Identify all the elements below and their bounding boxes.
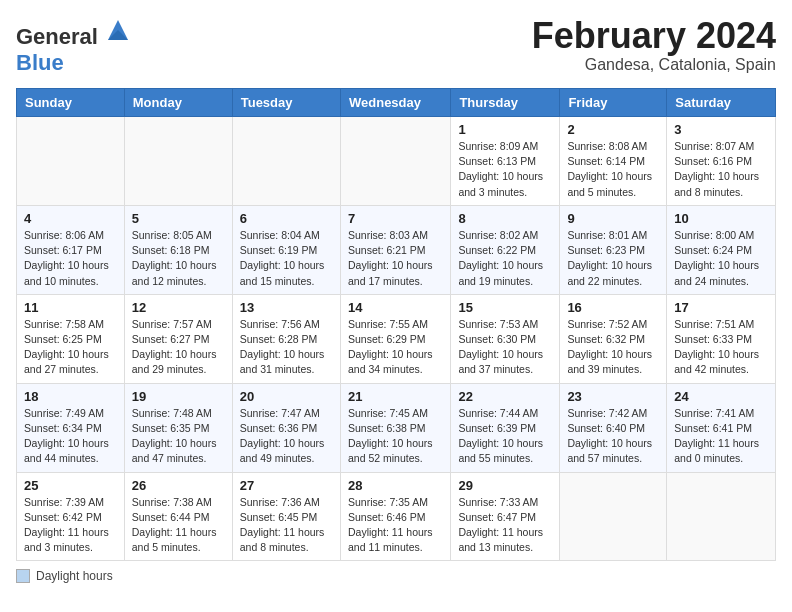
day-number: 28 xyxy=(348,478,443,493)
day-number: 2 xyxy=(567,122,659,137)
calendar-cell xyxy=(124,117,232,206)
calendar-cell: 29Sunrise: 7:33 AM Sunset: 6:47 PM Dayli… xyxy=(451,472,560,561)
day-number: 27 xyxy=(240,478,333,493)
day-number: 25 xyxy=(24,478,117,493)
calendar-cell xyxy=(17,117,125,206)
calendar-cell: 10Sunrise: 8:00 AM Sunset: 6:24 PM Dayli… xyxy=(667,205,776,294)
calendar-header-thursday: Thursday xyxy=(451,89,560,117)
day-number: 21 xyxy=(348,389,443,404)
calendar-cell: 18Sunrise: 7:49 AM Sunset: 6:34 PM Dayli… xyxy=(17,383,125,472)
day-number: 26 xyxy=(132,478,225,493)
calendar-week-row: 1Sunrise: 8:09 AM Sunset: 6:13 PM Daylig… xyxy=(17,117,776,206)
calendar-header-saturday: Saturday xyxy=(667,89,776,117)
calendar-week-row: 11Sunrise: 7:58 AM Sunset: 6:25 PM Dayli… xyxy=(17,294,776,383)
day-number: 1 xyxy=(458,122,552,137)
day-number: 11 xyxy=(24,300,117,315)
calendar-cell xyxy=(560,472,667,561)
calendar-cell: 23Sunrise: 7:42 AM Sunset: 6:40 PM Dayli… xyxy=(560,383,667,472)
day-number: 22 xyxy=(458,389,552,404)
day-detail: Sunrise: 8:08 AM Sunset: 6:14 PM Dayligh… xyxy=(567,139,659,200)
day-number: 6 xyxy=(240,211,333,226)
logo-blue: Blue xyxy=(16,50,64,75)
calendar-cell: 20Sunrise: 7:47 AM Sunset: 6:36 PM Dayli… xyxy=(232,383,340,472)
day-detail: Sunrise: 8:00 AM Sunset: 6:24 PM Dayligh… xyxy=(674,228,768,289)
calendar-header-row: SundayMondayTuesdayWednesdayThursdayFrid… xyxy=(17,89,776,117)
day-detail: Sunrise: 7:41 AM Sunset: 6:41 PM Dayligh… xyxy=(674,406,768,467)
calendar-cell: 9Sunrise: 8:01 AM Sunset: 6:23 PM Daylig… xyxy=(560,205,667,294)
calendar-cell: 25Sunrise: 7:39 AM Sunset: 6:42 PM Dayli… xyxy=(17,472,125,561)
day-number: 4 xyxy=(24,211,117,226)
day-detail: Sunrise: 7:35 AM Sunset: 6:46 PM Dayligh… xyxy=(348,495,443,556)
day-detail: Sunrise: 7:36 AM Sunset: 6:45 PM Dayligh… xyxy=(240,495,333,556)
day-detail: Sunrise: 8:01 AM Sunset: 6:23 PM Dayligh… xyxy=(567,228,659,289)
day-detail: Sunrise: 8:05 AM Sunset: 6:18 PM Dayligh… xyxy=(132,228,225,289)
calendar-cell: 27Sunrise: 7:36 AM Sunset: 6:45 PM Dayli… xyxy=(232,472,340,561)
day-detail: Sunrise: 7:53 AM Sunset: 6:30 PM Dayligh… xyxy=(458,317,552,378)
title-block: February 2024 Gandesa, Catalonia, Spain xyxy=(532,16,776,74)
calendar-table: SundayMondayTuesdayWednesdayThursdayFrid… xyxy=(16,88,776,561)
calendar-cell: 17Sunrise: 7:51 AM Sunset: 6:33 PM Dayli… xyxy=(667,294,776,383)
day-number: 13 xyxy=(240,300,333,315)
day-detail: Sunrise: 8:02 AM Sunset: 6:22 PM Dayligh… xyxy=(458,228,552,289)
day-number: 19 xyxy=(132,389,225,404)
logo-text: General Blue xyxy=(16,16,132,76)
calendar-cell: 12Sunrise: 7:57 AM Sunset: 6:27 PM Dayli… xyxy=(124,294,232,383)
day-number: 20 xyxy=(240,389,333,404)
day-number: 29 xyxy=(458,478,552,493)
calendar-cell: 13Sunrise: 7:56 AM Sunset: 6:28 PM Dayli… xyxy=(232,294,340,383)
day-number: 15 xyxy=(458,300,552,315)
calendar-cell: 7Sunrise: 8:03 AM Sunset: 6:21 PM Daylig… xyxy=(340,205,450,294)
day-number: 7 xyxy=(348,211,443,226)
day-detail: Sunrise: 7:56 AM Sunset: 6:28 PM Dayligh… xyxy=(240,317,333,378)
day-detail: Sunrise: 7:52 AM Sunset: 6:32 PM Dayligh… xyxy=(567,317,659,378)
calendar-week-row: 25Sunrise: 7:39 AM Sunset: 6:42 PM Dayli… xyxy=(17,472,776,561)
calendar-header-wednesday: Wednesday xyxy=(340,89,450,117)
legend-box xyxy=(16,569,30,583)
calendar-header-friday: Friday xyxy=(560,89,667,117)
day-detail: Sunrise: 8:07 AM Sunset: 6:16 PM Dayligh… xyxy=(674,139,768,200)
day-detail: Sunrise: 7:55 AM Sunset: 6:29 PM Dayligh… xyxy=(348,317,443,378)
calendar-cell: 4Sunrise: 8:06 AM Sunset: 6:17 PM Daylig… xyxy=(17,205,125,294)
calendar-cell: 14Sunrise: 7:55 AM Sunset: 6:29 PM Dayli… xyxy=(340,294,450,383)
day-detail: Sunrise: 7:39 AM Sunset: 6:42 PM Dayligh… xyxy=(24,495,117,556)
day-detail: Sunrise: 8:04 AM Sunset: 6:19 PM Dayligh… xyxy=(240,228,333,289)
day-number: 16 xyxy=(567,300,659,315)
page-header: General Blue February 2024 Gandesa, Cata… xyxy=(16,16,776,76)
day-detail: Sunrise: 8:06 AM Sunset: 6:17 PM Dayligh… xyxy=(24,228,117,289)
location-title: Gandesa, Catalonia, Spain xyxy=(532,56,776,74)
calendar-cell: 15Sunrise: 7:53 AM Sunset: 6:30 PM Dayli… xyxy=(451,294,560,383)
day-detail: Sunrise: 7:57 AM Sunset: 6:27 PM Dayligh… xyxy=(132,317,225,378)
day-number: 18 xyxy=(24,389,117,404)
day-number: 3 xyxy=(674,122,768,137)
day-detail: Sunrise: 7:51 AM Sunset: 6:33 PM Dayligh… xyxy=(674,317,768,378)
day-number: 10 xyxy=(674,211,768,226)
month-title: February 2024 xyxy=(532,16,776,56)
day-detail: Sunrise: 7:38 AM Sunset: 6:44 PM Dayligh… xyxy=(132,495,225,556)
calendar-header-tuesday: Tuesday xyxy=(232,89,340,117)
calendar-cell: 8Sunrise: 8:02 AM Sunset: 6:22 PM Daylig… xyxy=(451,205,560,294)
day-detail: Sunrise: 7:49 AM Sunset: 6:34 PM Dayligh… xyxy=(24,406,117,467)
day-number: 14 xyxy=(348,300,443,315)
day-number: 24 xyxy=(674,389,768,404)
calendar-cell: 2Sunrise: 8:08 AM Sunset: 6:14 PM Daylig… xyxy=(560,117,667,206)
calendar-cell xyxy=(340,117,450,206)
legend: Daylight hours xyxy=(16,569,776,583)
calendar-week-row: 4Sunrise: 8:06 AM Sunset: 6:17 PM Daylig… xyxy=(17,205,776,294)
day-number: 9 xyxy=(567,211,659,226)
calendar-cell: 5Sunrise: 8:05 AM Sunset: 6:18 PM Daylig… xyxy=(124,205,232,294)
logo-icon xyxy=(104,16,132,44)
calendar-cell: 6Sunrise: 8:04 AM Sunset: 6:19 PM Daylig… xyxy=(232,205,340,294)
calendar-header-monday: Monday xyxy=(124,89,232,117)
calendar-cell: 1Sunrise: 8:09 AM Sunset: 6:13 PM Daylig… xyxy=(451,117,560,206)
day-detail: Sunrise: 8:09 AM Sunset: 6:13 PM Dayligh… xyxy=(458,139,552,200)
day-detail: Sunrise: 8:03 AM Sunset: 6:21 PM Dayligh… xyxy=(348,228,443,289)
day-detail: Sunrise: 7:47 AM Sunset: 6:36 PM Dayligh… xyxy=(240,406,333,467)
day-number: 5 xyxy=(132,211,225,226)
logo: General Blue xyxy=(16,16,132,76)
calendar-cell: 21Sunrise: 7:45 AM Sunset: 6:38 PM Dayli… xyxy=(340,383,450,472)
day-detail: Sunrise: 7:33 AM Sunset: 6:47 PM Dayligh… xyxy=(458,495,552,556)
day-number: 12 xyxy=(132,300,225,315)
day-number: 23 xyxy=(567,389,659,404)
logo-general: General xyxy=(16,24,98,49)
day-detail: Sunrise: 7:44 AM Sunset: 6:39 PM Dayligh… xyxy=(458,406,552,467)
